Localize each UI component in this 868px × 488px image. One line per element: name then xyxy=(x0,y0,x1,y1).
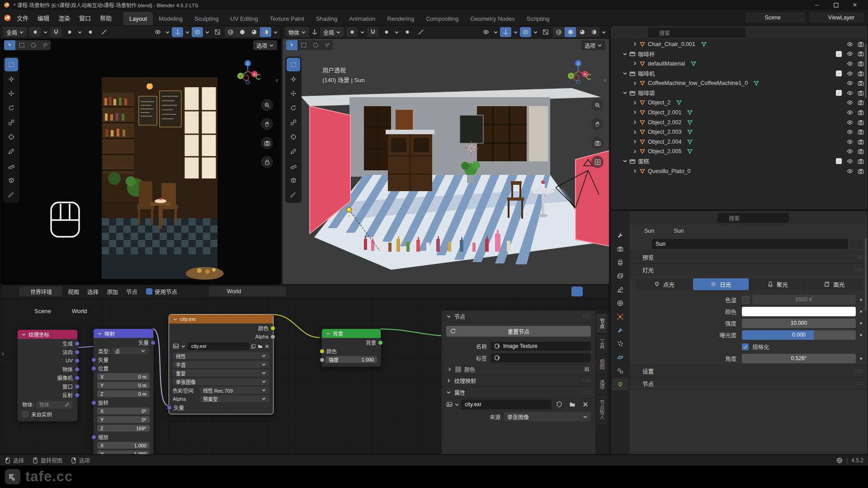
menu-帮助[interactable]: 帮助 xyxy=(95,12,116,24)
outliner-item-name[interactable]: Object_2.001 xyxy=(648,109,681,116)
hide-viewport-toggle[interactable] xyxy=(846,158,853,164)
new-collection-icon[interactable] xyxy=(858,29,864,36)
prop-slider[interactable]: 0.000 xyxy=(742,330,856,340)
image-name-field[interactable]: city.exr xyxy=(188,343,249,350)
outliner-row[interactable]: Object_2 xyxy=(611,98,868,108)
snap-target-button[interactable] xyxy=(381,27,392,37)
npanel-section-纹理映射[interactable]: 纹理映射∷∷ xyxy=(442,375,595,386)
collection-checkbox[interactable] xyxy=(836,70,842,76)
outliner-row[interactable]: 咖啡杯 xyxy=(611,49,868,59)
gizmos-toggle[interactable] xyxy=(500,27,511,37)
disable-render-toggle[interactable] xyxy=(857,99,864,106)
menu-窗口[interactable]: 窗口 xyxy=(75,12,95,24)
shield-icon[interactable] xyxy=(260,288,267,295)
tool-rotate[interactable] xyxy=(5,101,18,115)
extension-dropdown[interactable]: 重复 xyxy=(173,370,269,376)
light-type-spot[interactable]: 聚光 xyxy=(750,278,806,290)
network-globe-icon[interactable] xyxy=(836,457,843,464)
collection-checkbox[interactable] xyxy=(836,90,842,96)
panel-grip[interactable]: ∷∷ xyxy=(583,313,591,319)
viewport-options-dropdown[interactable]: 选项 xyxy=(581,40,605,50)
socket[interactable] xyxy=(91,357,96,362)
hide-viewport-toggle[interactable] xyxy=(846,51,853,57)
tab-particles[interactable] xyxy=(612,338,628,350)
select-circle[interactable] xyxy=(310,40,321,50)
disable-render-toggle[interactable] xyxy=(857,89,864,96)
workspace-tab-shading[interactable]: Shading xyxy=(310,12,344,25)
sidebar-collapse-icon[interactable]: ‹ xyxy=(604,76,606,84)
socket[interactable] xyxy=(91,435,96,440)
socket[interactable] xyxy=(75,358,80,363)
node-mapping-header[interactable]: 映射 xyxy=(94,329,153,338)
outliner-item-name[interactable]: Chair_Chair_0.001 xyxy=(648,41,695,47)
viewport-solid[interactable]: 用户透视 (140) 场景 | Sun ‹ 物体全局选项 Z Y X xyxy=(282,25,609,285)
close-icon[interactable] xyxy=(264,344,269,349)
outliner-row[interactable]: 咖啡机 xyxy=(611,69,868,79)
mapping-value-field[interactable]: X1.000 xyxy=(97,442,150,449)
outliner-row[interactable]: CoffeeMachine_low_CoffeeMachine1_0 xyxy=(611,78,868,88)
proportional-falloff-button[interactable] xyxy=(98,27,109,37)
socket[interactable] xyxy=(75,350,80,355)
socket[interactable] xyxy=(91,366,96,371)
npanel-section-节点[interactable]: 节点∷∷ xyxy=(442,310,595,322)
hide-viewport-toggle[interactable] xyxy=(846,70,853,77)
tool-move[interactable] xyxy=(287,87,300,100)
animate-dot[interactable] xyxy=(860,357,862,360)
select-lasso[interactable] xyxy=(321,40,333,50)
hand-view-button[interactable] xyxy=(591,118,604,130)
select-circle[interactable] xyxy=(28,40,39,50)
tool-move[interactable] xyxy=(5,87,18,100)
workspace-tab-sculpting[interactable]: Sculpting xyxy=(189,12,224,25)
properties-search-input[interactable]: 搜索 xyxy=(717,213,788,223)
outliner-item-name[interactable]: 咖啡杯 xyxy=(638,50,655,58)
workspace-tab-scripting[interactable]: Scripting xyxy=(521,12,556,25)
overlays-icon[interactable] xyxy=(571,286,583,296)
expand-icon[interactable] xyxy=(632,110,637,115)
mode-dropdown[interactable]: 物体 xyxy=(285,27,309,37)
close-icon[interactable] xyxy=(797,15,802,20)
mapping-value-field[interactable]: Z169° xyxy=(97,425,150,432)
prop-field[interactable]: 6500 K xyxy=(752,295,856,305)
mapping-value-field[interactable]: Y1.000 xyxy=(97,450,150,455)
collection-checkbox[interactable] xyxy=(836,51,842,57)
select-box[interactable] xyxy=(16,40,27,50)
node-background[interactable]: 背景背景颜色强度1.000 xyxy=(321,328,381,367)
outliner-filter-display-icon[interactable] xyxy=(631,29,637,36)
tab-physics[interactable] xyxy=(612,351,628,363)
maximize-button[interactable] xyxy=(826,0,845,10)
tool-extra[interactable] xyxy=(287,188,300,202)
color-swatch[interactable] xyxy=(455,366,461,372)
socket[interactable] xyxy=(378,340,383,345)
select-lasso[interactable] xyxy=(39,40,51,50)
hide-viewport-toggle[interactable] xyxy=(846,60,853,67)
outliner-search-input[interactable]: 搜索 xyxy=(648,28,745,38)
outliner-item-name[interactable]: Object_2 xyxy=(648,99,670,106)
image-browse-icon[interactable] xyxy=(173,343,179,349)
outliner-item-name[interactable]: 蛋糕 xyxy=(638,157,649,165)
expand-icon[interactable] xyxy=(632,120,637,125)
disable-render-toggle[interactable] xyxy=(857,41,864,47)
from-instancer-checkbox[interactable] xyxy=(22,411,28,418)
npanel-tab-节点牧人[interactable]: 节点牧人 xyxy=(596,395,607,424)
outliner-item-name[interactable]: Object_2.004 xyxy=(648,139,681,145)
expand-icon[interactable] xyxy=(623,159,627,164)
outliner-item-name[interactable]: 咖啡机 xyxy=(638,69,655,78)
outliner-item-name[interactable]: Object_2.002 xyxy=(648,119,681,126)
normalize-checkbox[interactable] xyxy=(742,343,749,350)
workspace-tab-rendering[interactable]: Rendering xyxy=(381,12,420,25)
copy-icon[interactable] xyxy=(790,15,795,20)
outliner-row[interactable]: 蛋糕 xyxy=(611,156,868,166)
chevron-down-icon[interactable] xyxy=(585,289,590,294)
toolbar-expand-icon[interactable]: › xyxy=(2,350,4,357)
shader-menu-添加[interactable]: 添加 xyxy=(103,286,122,297)
breadcrumb-world[interactable]: World xyxy=(72,308,87,314)
tab-render[interactable] xyxy=(612,243,628,255)
disable-render-toggle[interactable] xyxy=(857,60,864,67)
tab-output[interactable] xyxy=(612,256,628,268)
fake-user-shield-button[interactable] xyxy=(851,239,862,249)
reset-node-button[interactable]: 重置节点 xyxy=(446,326,591,337)
workspace-tab-modeling[interactable]: Modeling xyxy=(153,12,189,25)
minimize-button[interactable]: ─ xyxy=(807,0,826,10)
node-canvas[interactable]: Scene World › 纹理坐标生成法向UV物体摄像机窗口反射物体:物体来自… xyxy=(0,298,609,454)
outliner-row[interactable]: Object_2.003 xyxy=(611,127,868,137)
